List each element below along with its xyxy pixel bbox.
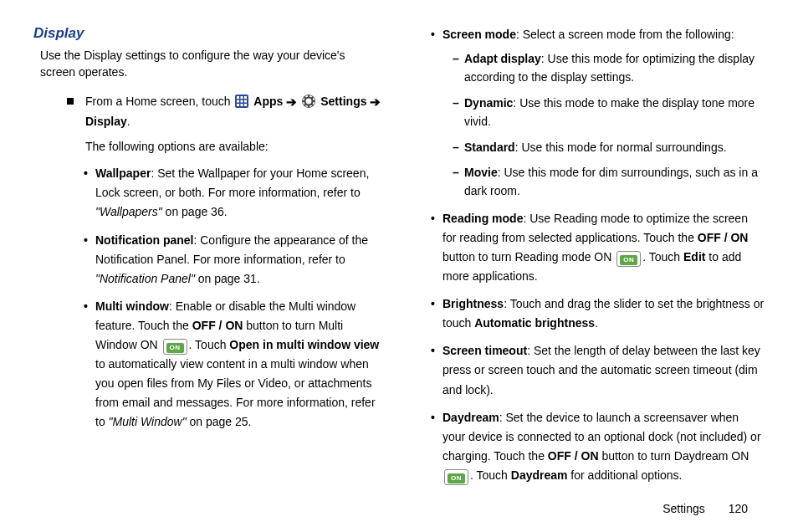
multi-open: Open in multi window view — [229, 338, 379, 351]
svg-rect-5 — [241, 100, 243, 102]
bullet-notification-panel: Notification panel: Configure the appear… — [85, 231, 382, 289]
reading-body2: button to turn Reading mode ON — [442, 250, 615, 263]
page-content: Display Use the Display settings to conf… — [0, 0, 798, 510]
svg-rect-2 — [241, 96, 243, 99]
apps-icon — [235, 95, 248, 108]
svg-rect-8 — [241, 104, 243, 106]
bullet-wallpaper: Wallpaper: Set the Wallpaper for your Ho… — [85, 164, 382, 222]
nav-instruction-row: From a Home screen, touch Apps ➔ — [67, 91, 382, 132]
bullet-reading-mode: Reading mode: Use Reading mode to optimi… — [432, 209, 765, 286]
on-toggle-icon: ON — [444, 469, 468, 485]
movie-title: Movie — [464, 166, 498, 179]
reading-edit: Edit — [683, 250, 705, 263]
wallpaper-title: Wallpaper — [95, 166, 151, 180]
svg-rect-4 — [237, 100, 239, 102]
on-knob: ON — [620, 255, 637, 265]
reading-offon: OFF / ON — [698, 231, 749, 244]
brightness-auto: Automatic brightness — [474, 316, 595, 330]
multi-body3: . Touch — [189, 338, 230, 351]
footer-page-number: 120 — [729, 502, 748, 515]
sub-movie: Movie: Use this mode for dim surrounding… — [453, 163, 765, 201]
wallpaper-body2: on page 36. — [162, 205, 228, 218]
screenmode-body: : Select a screen mode from the followin… — [516, 28, 734, 41]
svg-line-18 — [311, 96, 314, 99]
arrow-icon: ➔ — [370, 95, 381, 109]
left-bullet-list: Wallpaper: Set the Wallpaper for your Ho… — [85, 164, 382, 432]
multi-body5: on page 25. — [187, 415, 252, 428]
brightness-title: Brightness — [442, 297, 504, 310]
dynamic-title: Dynamic — [464, 96, 513, 110]
left-column: Display Use the Display settings to conf… — [33, 25, 382, 494]
sub-dynamic: Dynamic: Use this mode to make the displ… — [453, 94, 765, 131]
movie-body: : Use this mode for dim surroundings, su… — [464, 166, 758, 197]
section-heading: Display — [33, 25, 382, 42]
screenmode-title: Screen mode — [442, 28, 516, 41]
intro-text: Use the Display settings to configure th… — [40, 47, 382, 81]
right-column: Screen mode: Select a screen mode from t… — [416, 25, 765, 494]
daydream-offon: OFF / ON — [548, 449, 599, 463]
settings-label: Settings — [320, 95, 366, 108]
screen-mode-sublist: Adapt display: Use this mode for optimiz… — [453, 49, 765, 201]
multi-offon: OFF / ON — [192, 319, 243, 332]
sub-standard: Standard: Use this mode for normal surro… — [453, 138, 765, 156]
svg-rect-1 — [237, 96, 239, 99]
daydream-body3: . Touch — [470, 468, 511, 482]
notif-ref: "Notification Panel" — [95, 272, 195, 285]
on-toggle-icon: ON — [163, 339, 187, 355]
on-knob: ON — [166, 343, 184, 353]
on-toggle-icon: ON — [616, 251, 641, 267]
nav-instruction-text: From a Home screen, touch Apps ➔ — [85, 91, 382, 132]
bullet-screen-timeout: Screen timeout: Set the length of delay … — [432, 341, 765, 399]
svg-rect-7 — [237, 104, 239, 106]
svg-line-16 — [304, 96, 307, 99]
timeout-title: Screen timeout — [442, 344, 527, 357]
on-knob: ON — [448, 473, 465, 483]
brightness-body2: . — [595, 316, 598, 330]
settings-icon — [302, 95, 315, 108]
reading-title: Reading mode — [442, 212, 523, 225]
adapt-title: Adapt display — [464, 52, 541, 65]
svg-line-19 — [304, 104, 307, 106]
multi-ref: "Multi Window" — [109, 415, 187, 428]
bullet-multi-window: Multi window: Enable or disable the Mult… — [85, 297, 382, 432]
wallpaper-ref: "Wallpapers" — [95, 205, 162, 218]
nav-prefix: From a Home screen, touch — [85, 95, 233, 108]
standard-body: : Use this mode for normal surroundings. — [515, 141, 727, 154]
arrow-icon: ➔ — [286, 95, 300, 109]
bullet-screen-mode: Screen mode: Select a screen mode from t… — [432, 25, 765, 201]
daydream-title: Daydream — [442, 411, 499, 424]
svg-rect-9 — [244, 104, 247, 106]
apps-label: Apps — [253, 95, 283, 108]
daydream-dd: Daydream — [511, 468, 568, 482]
notif-body2: on page 31. — [195, 272, 260, 285]
daydream-body2: button to turn Daydream ON — [599, 449, 749, 463]
following-text: The following options are available: — [85, 137, 382, 156]
period: . — [127, 115, 130, 128]
bullet-brightness: Brightness: Touch and drag the slider to… — [432, 294, 765, 333]
svg-rect-6 — [244, 100, 247, 102]
reading-body3: . Touch — [642, 250, 683, 263]
standard-title: Standard — [464, 141, 515, 154]
bullet-daydream: Daydream: Set the device to launch a scr… — [432, 408, 765, 485]
daydream-body4: for additional options. — [567, 468, 682, 482]
footer-section: Settings — [662, 502, 705, 515]
right-bullet-list: Screen mode: Select a screen mode from t… — [432, 25, 765, 485]
square-bullet-icon — [67, 98, 74, 105]
notif-title: Notification panel — [95, 233, 193, 247]
svg-line-17 — [311, 104, 314, 106]
display-label: Display — [85, 115, 127, 128]
multi-title: Multi window — [95, 299, 169, 313]
sub-adapt: Adapt display: Use this mode for optimiz… — [453, 49, 765, 87]
svg-rect-3 — [244, 96, 247, 99]
page-footer: Settings 120 — [662, 502, 748, 515]
